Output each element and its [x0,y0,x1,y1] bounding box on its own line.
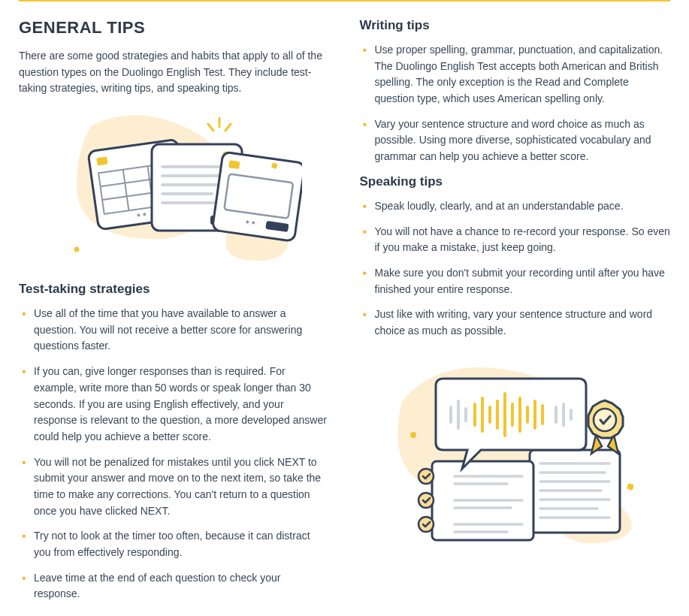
badge-icon [588,400,623,454]
svg-point-45 [419,493,434,508]
left-column: GENERAL TIPS There are some good strateg… [19,18,330,611]
right-column: Writing tips Use proper spelling, gramma… [360,18,671,611]
writing-title: Writing tips [360,18,671,33]
writing-list: Use proper spelling, grammar, punctuatio… [360,42,671,165]
svg-point-64 [410,432,416,438]
speaking-list: Speak loudly, clearly, and at an underst… [360,198,671,340]
list-item: Just like with writing, vary your senten… [360,306,671,339]
content-columns: GENERAL TIPS There are some good strateg… [19,18,670,611]
list-item: Leave time at the end of each question t… [19,570,330,602]
page-title: GENERAL TIPS [19,18,330,38]
intro-paragraph: There are some good strategies and habit… [19,48,330,97]
svg-rect-65 [627,483,634,491]
svg-rect-22 [228,160,240,169]
svg-line-2 [225,124,231,131]
svg-rect-4 [96,157,107,166]
cards-illustration-svg [47,110,302,268]
top-divider [19,0,670,2]
cards-illustration [19,110,330,268]
list-item: You will not have a chance to re-record … [360,224,671,256]
svg-point-44 [419,469,434,484]
test-taking-list: Use all of the time that you have availa… [19,306,330,602]
speaking-illustration [360,349,671,551]
list-item: You will not be penalized for mistakes u… [19,454,330,520]
list-item: Use all of the time that you have availa… [19,306,330,355]
list-item: Speak loudly, clearly, and at an underst… [360,198,671,215]
speaking-illustration-svg [379,349,650,551]
list-item: If you can, give longer responses than i… [19,364,330,445]
list-item: Vary your sentence structure and word ch… [360,116,671,165]
svg-point-27 [74,247,79,252]
list-item: Make sure you don't submit your recordin… [360,265,671,297]
speaking-title: Speaking tips [360,174,671,189]
svg-point-46 [419,517,434,532]
check-icons [419,469,434,532]
test-taking-title: Test-taking strategies [19,282,330,297]
list-item: Try not to look at the timer too often, … [19,528,330,560]
list-item: Use proper spelling, grammar, punctuatio… [360,42,671,107]
svg-line-1 [208,124,213,131]
svg-point-63 [594,409,616,431]
